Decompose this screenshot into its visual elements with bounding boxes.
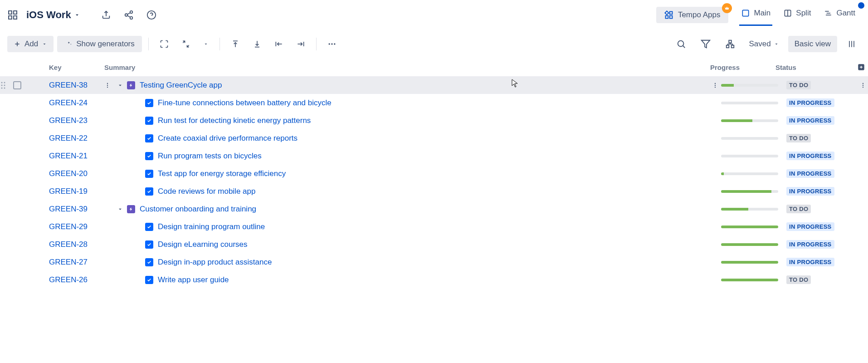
export-button[interactable] — [99, 8, 113, 22]
issue-summary[interactable]: Run test for detecting kinetic energy pa… — [158, 116, 712, 125]
view-tab-gantt[interactable]: Gantt — [818, 4, 861, 26]
columns-button[interactable] — [843, 36, 861, 52]
status-cell[interactable]: IN PROGRESS — [786, 187, 860, 196]
tempo-apps-button[interactable]: Tempo Apps — [656, 7, 729, 23]
table-row[interactable]: GREEN-28Design eLearning coursesIN PROGR… — [0, 235, 868, 253]
move-up-button[interactable] — [226, 36, 244, 52]
issue-summary[interactable]: Create coaxial drive performance reports — [158, 134, 712, 143]
status-cell[interactable]: IN PROGRESS — [786, 169, 860, 178]
progress-cell — [721, 261, 786, 264]
svg-point-60 — [863, 84, 863, 85]
show-generators-button[interactable]: Show generators — [57, 36, 142, 52]
view-tab-split[interactable]: Split — [778, 4, 816, 26]
status-cell[interactable]: TO DO — [786, 275, 860, 284]
table-row[interactable]: GREEN-24Fine-tune connections between ba… — [0, 94, 868, 112]
issue-summary[interactable]: Design in-app product assistance — [158, 258, 712, 267]
bolt-icon — [129, 83, 133, 88]
expand-all-button[interactable] — [155, 36, 173, 52]
issue-key[interactable]: GREEN-24 — [49, 98, 104, 108]
collapse-all-button[interactable] — [177, 36, 195, 52]
project-title[interactable]: iOS Work — [26, 9, 80, 21]
status-cell[interactable]: IN PROGRESS — [786, 258, 860, 266]
app-icon[interactable] — [7, 10, 18, 20]
issue-summary[interactable]: Code reviews for mobile app — [158, 187, 712, 196]
row-trailing-menu-button[interactable] — [860, 82, 868, 88]
task-type-icon — [145, 258, 158, 266]
issue-summary[interactable]: Customer onboarding and training — [140, 205, 712, 214]
issue-key[interactable]: GREEN-29 — [49, 222, 104, 231]
filter-button[interactable] — [696, 35, 715, 53]
view-tab-main[interactable]: Main — [736, 4, 776, 26]
issue-key[interactable]: GREEN-21 — [49, 152, 104, 161]
issue-key[interactable]: GREEN-28 — [49, 240, 104, 249]
progress-bar — [721, 119, 778, 122]
issue-summary[interactable]: Test app for energy storage efficiency — [158, 169, 712, 178]
status-cell[interactable]: IN PROGRESS — [786, 116, 860, 125]
row-checkbox[interactable] — [6, 81, 28, 89]
basic-view-button[interactable]: Basic view — [788, 36, 837, 52]
issue-key[interactable]: GREEN-27 — [49, 258, 104, 267]
progress-cell — [721, 279, 786, 281]
issue-summary[interactable]: Testing GreenCycle app — [140, 81, 712, 90]
apps-icon — [664, 10, 673, 20]
issue-key[interactable]: GREEN-19 — [49, 187, 104, 196]
table-row[interactable]: GREEN-22Create coaxial drive performance… — [0, 129, 868, 147]
table-row[interactable]: GREEN-38Testing GreenCycle appTO DO — [0, 76, 868, 94]
progress-bar — [721, 208, 778, 211]
group-icon — [725, 39, 735, 49]
move-down-button[interactable] — [248, 36, 266, 52]
status-badge: IN PROGRESS — [786, 240, 834, 249]
issue-key[interactable]: GREEN-39 — [49, 205, 104, 214]
row-menu-button[interactable] — [104, 82, 113, 88]
issue-key[interactable]: GREEN-20 — [49, 169, 104, 178]
status-cell[interactable]: IN PROGRESS — [786, 98, 860, 107]
issue-summary[interactable]: Design eLearning courses — [158, 240, 712, 249]
table-row[interactable]: GREEN-23Run test for detecting kinetic e… — [0, 112, 868, 129]
help-button[interactable] — [145, 8, 158, 22]
topbar-right: Tempo Apps Main Split Gantt — [656, 4, 861, 26]
table-row[interactable]: GREEN-27Design in-app product assistance… — [0, 253, 868, 271]
table-row[interactable]: GREEN-20Test app for energy storage effi… — [0, 165, 868, 182]
issue-key[interactable]: GREEN-26 — [49, 275, 104, 285]
search-button[interactable] — [672, 35, 691, 53]
row-inline-menu-button[interactable] — [712, 82, 721, 88]
status-cell[interactable]: TO DO — [786, 81, 860, 89]
indent-button[interactable] — [292, 36, 310, 52]
outdent-button[interactable] — [270, 36, 288, 52]
issue-key[interactable]: GREEN-38 — [49, 81, 104, 90]
column-header-key[interactable]: Key — [49, 64, 104, 71]
status-cell[interactable]: IN PROGRESS — [786, 152, 860, 160]
saved-view-button[interactable]: Saved — [745, 37, 782, 51]
svg-rect-0 — [9, 11, 12, 14]
share-button[interactable] — [122, 8, 136, 22]
more-actions-button[interactable] — [323, 36, 341, 52]
table-row[interactable]: GREEN-39Customer onboarding and training… — [0, 200, 868, 218]
column-header-status[interactable]: Status — [775, 64, 857, 71]
status-cell[interactable]: TO DO — [786, 205, 860, 213]
drag-handle[interactable] — [0, 82, 6, 89]
split-icon — [783, 9, 792, 18]
column-header-summary[interactable]: Summary — [104, 64, 710, 71]
add-column-button[interactable] — [857, 63, 868, 71]
status-cell[interactable]: TO DO — [786, 134, 860, 142]
arrow-left-bar-icon — [274, 39, 283, 49]
status-cell[interactable]: IN PROGRESS — [786, 222, 860, 231]
expand-toggle[interactable] — [113, 206, 127, 212]
issue-summary[interactable]: Fine-tune connections between battery an… — [158, 98, 712, 108]
status-cell[interactable]: IN PROGRESS — [786, 240, 860, 249]
issue-summary[interactable]: Run program tests on bicycles — [158, 152, 712, 161]
view-tab-gantt-label: Gantt — [836, 9, 855, 18]
add-button[interactable]: Add — [7, 36, 54, 52]
table-row[interactable]: GREEN-19Code reviews for mobile appIN PR… — [0, 182, 868, 200]
issue-summary[interactable]: Design training program outline — [158, 222, 712, 231]
issue-key[interactable]: GREEN-22 — [49, 134, 104, 143]
column-header-progress[interactable]: Progress — [710, 64, 775, 71]
table-row[interactable]: GREEN-21Run program tests on bicyclesIN … — [0, 147, 868, 165]
issue-key[interactable]: GREEN-23 — [49, 116, 104, 125]
table-row[interactable]: GREEN-29Design training program outlineI… — [0, 218, 868, 235]
issue-summary[interactable]: Write app user guide — [158, 275, 712, 285]
table-row[interactable]: GREEN-26Write app user guideTO DO — [0, 271, 868, 289]
expand-toggle[interactable] — [113, 82, 127, 88]
group-button[interactable] — [721, 35, 740, 53]
expand-dropdown-button[interactable] — [199, 38, 213, 50]
